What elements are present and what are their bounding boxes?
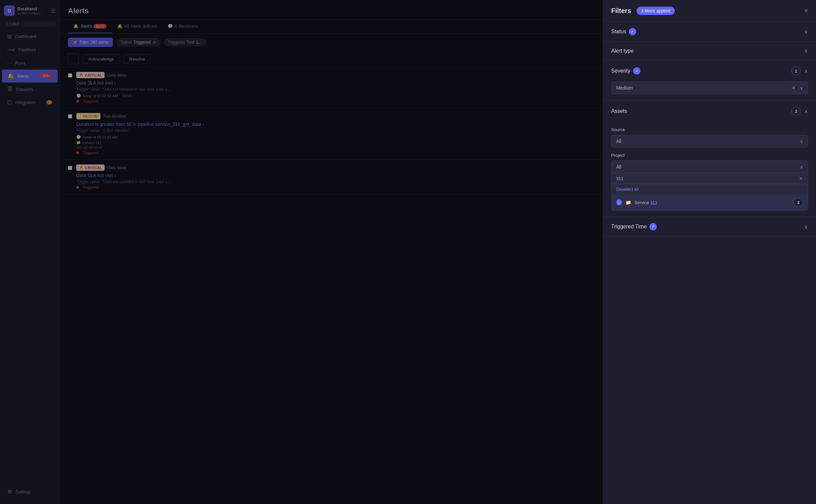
- filter-section-alert-type-title: Alert type: [611, 48, 634, 54]
- filter-section-status: Status ✓ ∨: [603, 22, 816, 42]
- folder-icon: 📁: [626, 200, 631, 205]
- project-dropdown-header[interactable]: All ∧: [612, 161, 808, 173]
- filter-panel-header: Filters 3 filters applied ×: [603, 0, 816, 22]
- close-filter-button[interactable]: ×: [804, 7, 808, 15]
- severity-chevron: ∧: [804, 68, 808, 74]
- deselect-all-button[interactable]: Deselect all: [612, 184, 808, 194]
- filter-section-status-title: Status ✓: [611, 28, 636, 35]
- assets-num-circle: 2: [791, 107, 801, 116]
- option-name: Service 311: [635, 200, 658, 205]
- filter-panel-overlay: Filters 3 filters applied × Status ✓ ∨ A…: [0, 0, 816, 504]
- status-chevron: ∨: [804, 29, 808, 35]
- project-search-value: 311: [616, 176, 624, 181]
- source-dropdown-chevron: ∨: [800, 138, 803, 144]
- severity-dropdown-chevron: ∨: [800, 85, 803, 91]
- filter-section-status-header[interactable]: Status ✓ ∨: [603, 22, 816, 41]
- filter-section-assets: Assets 2 ∧ Source All ∨ Pro: [603, 101, 816, 217]
- project-label: Project: [611, 153, 808, 158]
- triggered-time-chevron: ∨: [804, 224, 808, 230]
- project-option-service-311[interactable]: ✓ 📁 Service 311 3: [612, 194, 808, 210]
- project-search-row: 311 ✕: [612, 173, 808, 184]
- project-dropdown-container: All ∧ 311 ✕ Deselect all ✓ 📁 Servi: [611, 160, 808, 211]
- severity-dropdown-clear[interactable]: ✕: [792, 85, 796, 91]
- filter-section-severity-title: Severity ✓: [611, 67, 641, 75]
- filter-section-alert-type: Alert type ∨: [603, 42, 816, 60]
- triggered-time-title: Triggered Time ✓: [611, 223, 657, 230]
- filter-panel: Filters 3 filters applied × Status ✓ ∨ A…: [603, 0, 816, 504]
- filters-applied-badge: 3 filters applied: [637, 7, 675, 15]
- filter-section-alert-type-header[interactable]: Alert type ∨: [603, 42, 816, 60]
- severity-dropdown-value: Medium: [616, 85, 633, 91]
- filter-section-assets-title: Assets: [611, 108, 627, 114]
- severity-num-circle: 1: [791, 66, 801, 76]
- severity-check-circle: ✓: [633, 67, 641, 75]
- triggered-time-check-circle: ✓: [650, 223, 657, 230]
- severity-header-right: 1 ∧: [791, 66, 808, 76]
- source-label: Source: [611, 127, 808, 132]
- severity-dropdown[interactable]: Medium ✕ ∨: [611, 82, 808, 94]
- severity-body: Medium ✕ ∨: [603, 82, 816, 100]
- filter-panel-title: Filters: [611, 7, 631, 15]
- filter-section-triggered-time: Triggered Time ✓ ∨: [603, 217, 816, 237]
- triggered-time-header[interactable]: Triggered Time ✓ ∨: [603, 217, 816, 236]
- project-subsection: Project All ∧ 311 ✕ Deselect all ✓: [611, 153, 808, 211]
- severity-dropdown-controls: ✕ ∨: [792, 85, 803, 91]
- option-num-circle: 3: [794, 198, 803, 207]
- project-dropdown-chevron: ∧: [800, 164, 803, 169]
- filter-section-severity: Severity ✓ 1 ∧ Medium ✕ ∨: [603, 60, 816, 101]
- filter-header-left: Filters 3 filters applied: [611, 7, 675, 15]
- filter-section-assets-header[interactable]: Assets 2 ∧: [603, 101, 816, 122]
- source-dropdown-value: All: [616, 138, 622, 144]
- source-subsection: Source All ∨: [611, 127, 808, 147]
- project-search-clear[interactable]: ✕: [799, 176, 803, 181]
- alert-type-chevron: ∨: [804, 48, 808, 54]
- filter-section-severity-header[interactable]: Severity ✓ 1 ∧: [603, 60, 816, 82]
- assets-chevron: ∧: [804, 108, 808, 115]
- project-header-value: All: [616, 164, 622, 169]
- assets-body: Source All ∨ Project All ∧: [603, 127, 816, 217]
- status-check-circle: ✓: [629, 28, 636, 35]
- source-dropdown[interactable]: All ∨: [611, 135, 808, 147]
- option-checkbox: ✓: [616, 199, 622, 205]
- assets-header-right: 2 ∧: [791, 107, 808, 116]
